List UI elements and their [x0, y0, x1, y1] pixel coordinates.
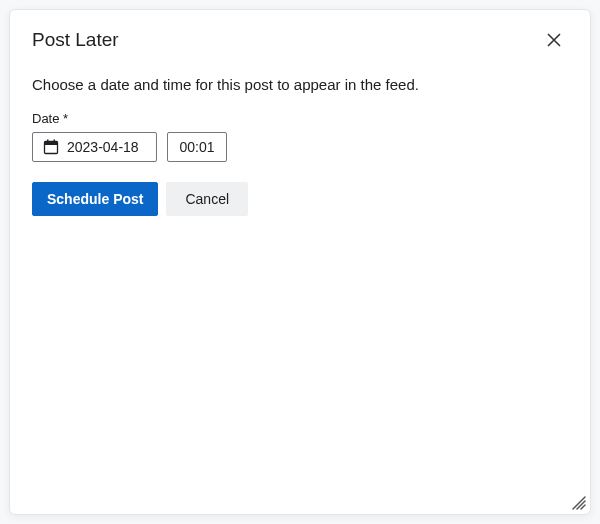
close-icon	[547, 33, 561, 47]
date-input-wrapper[interactable]	[32, 132, 157, 162]
date-field-label: Date *	[32, 111, 568, 126]
button-row: Schedule Post Cancel	[32, 182, 568, 216]
modal-header: Post Later	[10, 10, 590, 62]
close-button[interactable]	[540, 26, 568, 54]
post-later-modal: Post Later Choose a date and time for th…	[9, 9, 591, 515]
modal-description: Choose a date and time for this post to …	[32, 76, 568, 93]
svg-rect-2	[47, 140, 49, 143]
time-input-wrapper[interactable]	[167, 132, 227, 162]
time-input[interactable]	[178, 139, 216, 155]
schedule-post-button[interactable]: Schedule Post	[32, 182, 158, 216]
cancel-button[interactable]: Cancel	[166, 182, 248, 216]
date-time-row	[32, 132, 568, 162]
date-input[interactable]	[67, 139, 146, 155]
svg-rect-1	[45, 142, 58, 146]
modal-title: Post Later	[32, 29, 119, 51]
scroll-spacer	[32, 216, 568, 514]
svg-rect-3	[54, 140, 56, 143]
modal-body: Choose a date and time for this post to …	[10, 62, 590, 514]
calendar-icon	[43, 139, 59, 155]
